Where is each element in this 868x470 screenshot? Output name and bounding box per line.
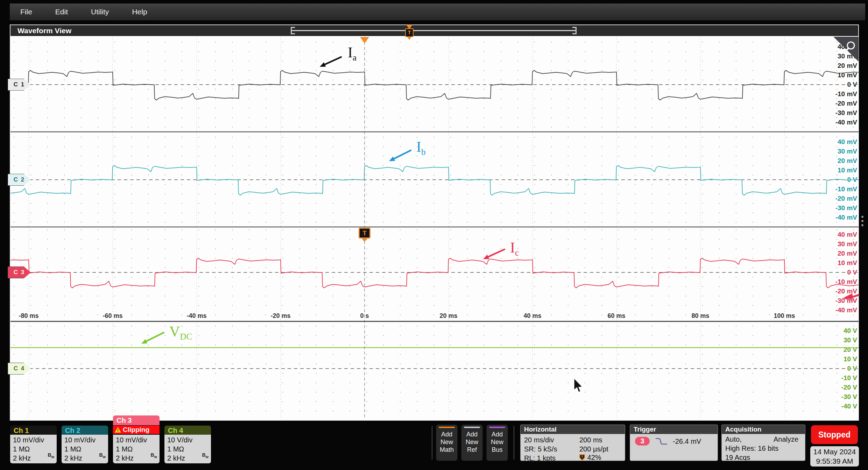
acquisition-panel[interactable]: Acquisition Auto, Analyze High Res: 16 b…: [721, 425, 805, 461]
scale-label-ch2: 20 mV: [812, 157, 857, 165]
trigger-marker-pointer: [362, 238, 367, 242]
channel-badge-body-ch4[interactable]: 10 V/div1 MΩ2 kHzBW: [164, 435, 211, 463]
scale-label-ch3: -40 mV: [812, 306, 857, 314]
time-axis-label: -40 ms: [177, 312, 216, 320]
trigger-source-marker[interactable]: T: [359, 228, 371, 238]
scale-label-ch3: -30 mV: [812, 297, 857, 305]
pan-zoom-bar[interactable]: [291, 30, 576, 31]
acquisition-mode: Auto,: [725, 435, 742, 443]
menu-item-help[interactable]: Help: [132, 8, 147, 16]
scale-label-ch1: -30 mV: [812, 109, 857, 117]
trigger-panel[interactable]: Trigger 3 -26.4 mV: [630, 425, 718, 461]
scale-label-ch1: -10 mV: [812, 90, 857, 98]
panel-drag-handle[interactable]: [861, 216, 863, 218]
scale-label-ch3: 40 mV: [812, 231, 857, 238]
scale-label-ch3: 10 mV: [812, 259, 857, 267]
menu-bar: FileEditUtilityHelp: [10, 3, 865, 20]
scale-label-ch3: 20 mV: [812, 250, 857, 257]
horizontal-panel-title: Horizontal: [521, 425, 625, 434]
scale-label-ch4: -10 V: [812, 374, 857, 382]
bandwidth-limit-label: BW: [150, 450, 157, 462]
panel-drag-handle[interactable]: [861, 220, 863, 222]
trigger-time-indicator[interactable]: [360, 37, 369, 43]
scale-label-ch4: 0 V: [812, 365, 857, 372]
run-stop-status-button[interactable]: Stopped: [811, 425, 858, 444]
scale-label-ch1: -40 mV: [812, 119, 857, 126]
time-axis-label: 0 s: [345, 312, 384, 320]
time-axis-label: 60 ms: [597, 312, 636, 320]
time-axis-label: -60 ms: [93, 312, 132, 320]
acquisition-panel-title: Acquisition: [722, 425, 805, 434]
pan-bar-chip-pointer: [407, 37, 411, 40]
pan-bar-trigger-chip[interactable]: T: [405, 28, 414, 37]
horizontal-trigger-percent: 42%: [587, 454, 601, 461]
annotation-label-ic: Ic: [510, 239, 519, 258]
menu-item-file[interactable]: File: [20, 8, 32, 16]
scale-label-ch4: -30 V: [812, 393, 857, 401]
add-new-ref-button[interactable]: AddNewRef: [461, 425, 483, 461]
scale-label-ch2: -30 mV: [812, 204, 857, 212]
oscilloscope-app: FileEditUtilityHelp Waveform View Horizo…: [0, 0, 868, 470]
bandwidth-limit-label: BW: [48, 450, 54, 462]
falling-edge-icon: [655, 437, 669, 446]
horizontal-trigger-position: T 42%: [579, 454, 601, 461]
add-new-math-button[interactable]: AddNewMath: [436, 425, 458, 461]
channel-badge-body-ch2[interactable]: 10 mV/div1 MΩ2 kHzBW: [62, 435, 108, 463]
channel-badge-header-ch2[interactable]: Ch 2: [62, 426, 108, 435]
accent-bar: [439, 427, 455, 428]
add-new-bus-button[interactable]: AddNewBus: [486, 425, 508, 461]
svg-text:!: !: [117, 428, 119, 433]
accent-bar: [489, 427, 505, 428]
graticule-dots-ch1: [10, 37, 859, 132]
scale-label-ch2: 0 V: [812, 176, 857, 184]
horizontal-record-length: RL: 1 kpts: [524, 454, 556, 461]
scale-label-ch4: -40 V: [812, 403, 857, 410]
graticule-dots-ch2: [10, 132, 859, 227]
scale-label-ch4: 10 V: [812, 355, 857, 363]
time-axis-label: 20 ms: [429, 312, 468, 320]
horizontal-panel[interactable]: Horizontal 20 ms/div 200 ms SR: 5 kS/s 2…: [520, 425, 625, 461]
channel-badge-header-ch4[interactable]: Ch 4: [164, 426, 211, 435]
scale-label-ch3: 30 mV: [812, 240, 857, 248]
warning-triangle-icon: !: [114, 427, 121, 433]
channel-setting: 10 mV/div: [13, 435, 57, 444]
channel-setting: 10 mV/div: [64, 435, 108, 444]
pan-bar-right-bracket[interactable]: [572, 27, 577, 34]
bandwidth-limit-label: BW: [202, 450, 209, 462]
acquisition-count: 19 Acqs: [725, 454, 750, 461]
bandwidth-limit-label: BW: [99, 450, 106, 462]
clipping-text: Clipping: [123, 426, 149, 434]
trigger-flag-icon: T: [579, 454, 585, 461]
scale-label-ch1: 20 mV: [812, 62, 857, 70]
scale-label-ch3: -10 mV: [812, 278, 857, 286]
channel-badge-body-ch1[interactable]: 10 mV/div1 MΩ2 kHzBW: [10, 435, 57, 463]
scale-label-ch2: 40 mV: [812, 138, 857, 146]
acquisition-detail: High Res: 16 bits: [725, 444, 778, 453]
scale-label-ch2: 30 mV: [812, 148, 857, 155]
panel-drag-handle[interactable]: [861, 224, 863, 226]
menu-item-edit[interactable]: Edit: [55, 8, 68, 16]
trigger-level-value: -26.4 mV: [673, 437, 701, 446]
accent-bar: [464, 427, 480, 428]
svg-text:T: T: [581, 455, 583, 458]
channel-badge-body-ch3[interactable]: 10 mV/div1 MΩ2 kHzBW: [113, 435, 160, 463]
bottombar-separator: [432, 426, 432, 460]
date-text: 14 May 2024: [810, 447, 859, 456]
pan-bar-left-bracket[interactable]: [291, 27, 295, 34]
annotation-label-ib: Ib: [416, 138, 426, 157]
horizontal-scale: 20 ms/div: [524, 436, 554, 444]
scale-label-ch3: 0 V: [812, 269, 857, 276]
menu-item-utility[interactable]: Utility: [91, 8, 109, 16]
trigger-source-badge: 3: [635, 437, 650, 446]
window-title: Waveform View: [17, 25, 71, 36]
scale-label-ch2: -40 mV: [812, 214, 857, 221]
time-axis-label: -80 ms: [9, 312, 48, 320]
acquisition-analyze: Analyze: [774, 435, 798, 443]
clipping-warning: !Clipping: [113, 426, 160, 434]
graticule-dots-ch4: [10, 321, 859, 419]
channel-badge-header-ch3[interactable]: Ch 3: [113, 415, 160, 425]
scale-label-ch2: 10 mV: [812, 166, 857, 174]
time-axis-label: -20 ms: [261, 312, 300, 320]
channel-badge-header-ch1[interactable]: Ch 1: [10, 426, 57, 435]
annotation-label-ia: Ia: [348, 44, 357, 63]
